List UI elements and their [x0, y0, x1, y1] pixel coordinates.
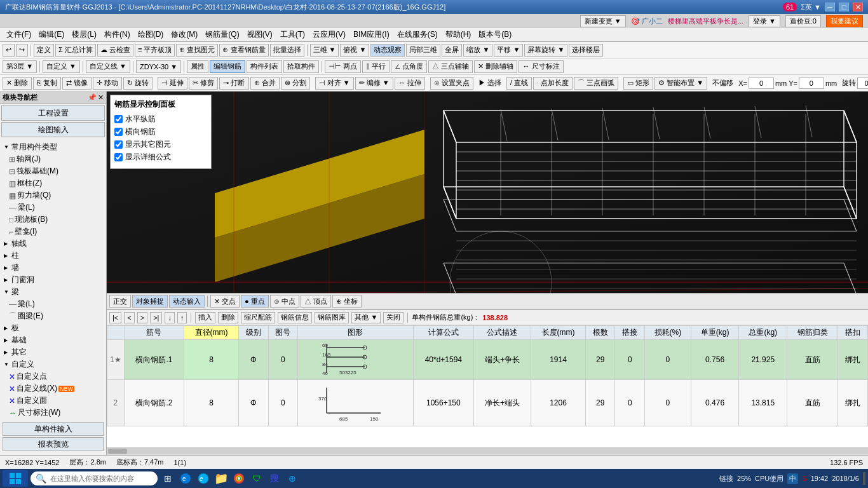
menu-tools[interactable]: 工具(T) [276, 28, 309, 41]
tree-axis[interactable]: ▶ 轴线 [1, 238, 105, 250]
tt-rebar-info[interactable]: 钢筋信息 [278, 312, 312, 323]
tree-others[interactable]: ▶ 其它 [1, 346, 105, 358]
taskbar-folder[interactable]: 📁 [214, 471, 229, 486]
tree-slab2[interactable]: ▶ 板 [1, 322, 105, 334]
td-dia-1[interactable]: 8 [184, 340, 239, 380]
tt-delete[interactable]: 删除 [218, 312, 238, 323]
tb-calc[interactable]: Σ 汇总计算 [55, 44, 96, 57]
nav-project-setup[interactable]: 工程设置 [1, 105, 105, 121]
tree-custom-line[interactable]: ✕ 自定义线(X) NEW [1, 383, 105, 395]
dt-split[interactable]: ⊗ 分割 [281, 77, 310, 90]
taskbar-ie[interactable]: e [196, 471, 211, 486]
menu-online[interactable]: 在线服务(S) [393, 28, 442, 41]
tb2-pick-elem[interactable]: 拾取构件 [283, 60, 319, 73]
dt-move[interactable]: ✛ 移动 [93, 77, 122, 90]
taskbar-task-view[interactable]: ⊞ [160, 471, 175, 486]
menu-file[interactable]: 文件(F) [3, 28, 35, 41]
dt-merge[interactable]: ⊕ 合并 [250, 77, 280, 90]
tt-rebar-lib[interactable]: 钢筋图库 [315, 312, 349, 323]
tb-fullscreen[interactable]: 全屏 [442, 44, 462, 57]
menu-view[interactable]: 视图(V) [243, 28, 276, 41]
dt-extend[interactable]: ⊣ 延伸 [158, 77, 187, 90]
report-preview[interactable]: 报表预览 [3, 437, 104, 451]
tb-view-rebar[interactable]: ⊕ 查看钢筋量 [219, 44, 268, 57]
tb2-elem-list[interactable]: 构件列表 [247, 60, 282, 73]
tb-find-elem[interactable]: ⊕ 查找图元 [176, 44, 218, 57]
tree-axisnet[interactable]: ⊞ 轴网(J) [1, 153, 105, 165]
panel-pin-icon[interactable]: 📌 [88, 93, 97, 102]
dt-rect[interactable]: ▭ 矩形 [623, 77, 653, 90]
table-row[interactable]: 1★ 横向钢筋.1 8 Φ 0 [107, 340, 868, 380]
tree-custom-line2[interactable]: ✕ 自定义面 [1, 395, 105, 407]
taskbar-edge[interactable]: e [178, 471, 193, 486]
menu-rebar[interactable]: 钢筋量(Q) [201, 28, 243, 41]
tb-zoom[interactable]: 缩放 ▼ [463, 44, 492, 57]
scrollbar-thumb[interactable] [108, 449, 127, 454]
tb2-parallel[interactable]: ∥ 平行 [362, 60, 390, 73]
menu-draw[interactable]: 绘图(D) [134, 28, 168, 41]
snap-coord[interactable]: ⊕ 坐标 [332, 295, 362, 308]
tree-custom-point[interactable]: ✕ 自定义点 [1, 370, 105, 383]
snap-dynamic[interactable]: 动态输入 [169, 295, 205, 308]
tb2-custom[interactable]: 自定义 ▼ [43, 60, 80, 73]
dt-point-len[interactable]: · 点加长度 [533, 77, 573, 90]
horizontal-scrollbar[interactable] [107, 447, 868, 455]
tb-3d[interactable]: 三维 ▼ [310, 44, 339, 57]
tree-beam-l[interactable]: — 梁(L) [1, 298, 105, 310]
tb-back[interactable]: ↩ [3, 44, 15, 57]
tb-level-top[interactable]: ≡ 平齐板顶 [135, 44, 175, 57]
taskbar-search[interactable]: 🔍 在这里输入你要搜索的内容 [31, 471, 158, 485]
menu-bim[interactable]: BIM应用(I) [349, 28, 393, 41]
tree-custom[interactable]: ▼ 自定义 [1, 358, 105, 370]
tree-slab[interactable]: □ 现浇板(B) [1, 214, 105, 226]
tree-common-types[interactable]: ▼ 常用构件类型 [1, 141, 105, 153]
tb2-three-aux[interactable]: △ 三点辅轴 [428, 60, 473, 73]
tt-prev[interactable]: < [124, 312, 134, 323]
tb-select-floor[interactable]: 选择楼层 [569, 44, 603, 57]
taskbar-add-icon[interactable]: ⊕ [285, 471, 300, 486]
menu-element[interactable]: 构件(N) [100, 28, 134, 41]
cb-formula-input[interactable] [114, 153, 123, 161]
nav-draw-input[interactable]: 绘图输入 [1, 122, 105, 137]
snap-vertex[interactable]: △ 顶点 [301, 295, 331, 308]
menu-help[interactable]: 帮助(H) [442, 28, 475, 41]
tb-dynamic-obs[interactable]: 动态观察 [370, 44, 405, 57]
tb-cloud-check[interactable]: ☁ 云检查 [97, 44, 133, 57]
titlebar-links[interactable]: Σ英 ▼ [801, 3, 821, 12]
tt-others[interactable]: 其他 ▼ [351, 312, 381, 323]
tt-up[interactable]: ↑ [177, 312, 187, 323]
tb2-dim[interactable]: ↔ 尺寸标注 [519, 60, 563, 73]
taskbar-sogou[interactable]: 搜 [267, 471, 282, 486]
menu-floor[interactable]: 楼层(L) [68, 28, 100, 41]
tt-close[interactable]: 关闭 [383, 312, 403, 323]
dt-edit2[interactable]: ✏ 编修 ▼ [355, 77, 393, 90]
new-change-btn[interactable]: 新建变更 ▼ [580, 15, 626, 27]
dt-smart[interactable]: ⚙ 智能布置 ▼ [654, 77, 707, 90]
tb2-zdyx[interactable]: ZDYX-30 ▼ [136, 60, 181, 73]
tt-first[interactable]: |< [109, 312, 121, 323]
snap-object[interactable]: 对象捕捉 [132, 295, 168, 308]
dt-trim[interactable]: ✂ 修剪 [189, 77, 218, 90]
cb-trans-input[interactable] [114, 128, 123, 136]
tree-raftfound[interactable]: ⊟ 筏板基础(M) [1, 165, 105, 177]
tree-beam2[interactable]: ▼ 梁 [1, 286, 105, 298]
panel-close-icon[interactable]: ✕ [98, 93, 104, 102]
tree-column[interactable]: ▥ 框柱(Z) [1, 177, 105, 189]
tb-top-view[interactable]: 俯视 ▼ [340, 44, 369, 57]
tb2-custom-line[interactable]: 自定义线 ▼ [86, 60, 130, 73]
snap-orthogonal[interactable]: 正交 [109, 295, 131, 308]
tree-staircase[interactable]: ⌐ 壁龛(I) [1, 226, 105, 238]
login-btn[interactable]: 登录 ▼ [749, 15, 780, 27]
menu-version[interactable]: 版本号(B) [475, 28, 515, 41]
dt-set-pivot[interactable]: ⊙ 设置夹点 [430, 77, 473, 90]
guangxiao-link[interactable]: 🎯 广小二 [631, 17, 663, 26]
tb-pan[interactable]: 平移 ▼ [494, 44, 523, 57]
dt-align[interactable]: ⊣ 对齐 ▼ [315, 77, 354, 90]
taskbar-360[interactable]: 🛡 [249, 471, 264, 486]
dt-arc[interactable]: ⌒ 三点画弧 [574, 77, 618, 90]
tree-beam[interactable]: — 梁(L) [1, 201, 105, 214]
tb2-edit-rebar[interactable]: 编辑钢筋 [210, 60, 245, 73]
dt-rotate[interactable]: ↻ 旋转 [123, 77, 153, 90]
tt-next[interactable]: > [137, 312, 147, 323]
menu-modify[interactable]: 修改(M) [167, 28, 201, 41]
